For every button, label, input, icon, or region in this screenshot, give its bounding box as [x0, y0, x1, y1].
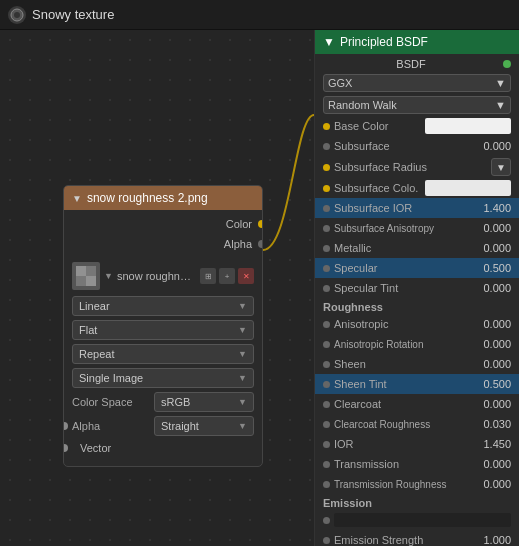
subsurface-method-select[interactable]: Random Walk ▼ — [323, 96, 511, 114]
node-editor-area: ▼ snow roughness 2.png Color Alpha — [0, 30, 519, 546]
node-vector-dot[interactable] — [63, 444, 68, 452]
colorspace-select[interactable]: sRGB ▼ — [154, 392, 254, 412]
metallic-value: 0.000 — [476, 242, 511, 254]
node-snow-body: Color Alpha ▼ snow — [64, 210, 262, 466]
alpha-select[interactable]: Straight ▼ — [154, 416, 254, 436]
roughness-section-label: Roughness — [315, 298, 519, 314]
subsurface-color-swatch[interactable] — [425, 180, 512, 196]
sheen-tint-row: Sheen Tint 0.500 — [315, 374, 519, 394]
specular-dot[interactable] — [323, 265, 330, 272]
svg-point-1 — [14, 12, 20, 18]
interpolation-select[interactable]: Linear ▼ — [72, 296, 254, 316]
node-source-row: Single Image ▼ — [64, 366, 262, 390]
clearcoat-row: Clearcoat 0.000 — [315, 394, 519, 414]
subsurface-radius-dot[interactable] — [323, 164, 330, 171]
subsurface-method-value: Random Walk — [328, 99, 397, 111]
subsurface-color-row: Subsurface Colo. — [315, 178, 519, 198]
node-image-thumb[interactable] — [72, 262, 100, 290]
metallic-label: Metallic — [334, 242, 472, 254]
subsurface-radius-select[interactable]: ▼ — [491, 158, 511, 176]
panel-collapse-arrow[interactable]: ▼ — [323, 35, 335, 49]
anisotropic-rotation-dot[interactable] — [323, 341, 330, 348]
anisotropic-dot[interactable] — [323, 321, 330, 328]
node-vector-input-dot[interactable] — [63, 422, 68, 430]
header-title: Snowy texture — [32, 7, 114, 22]
ior-dot[interactable] — [323, 441, 330, 448]
distribution-select[interactable]: GGX ▼ — [323, 74, 511, 92]
interpolation-value: Linear — [79, 300, 110, 312]
node-vector-row: Vector — [64, 438, 262, 458]
source-select[interactable]: Single Image ▼ — [72, 368, 254, 388]
metallic-row: Metallic 0.000 — [315, 238, 519, 258]
node-snow-header: ▼ snow roughness 2.png — [64, 186, 262, 210]
sheen-label: Sheen — [334, 358, 472, 370]
metallic-dot[interactable] — [323, 245, 330, 252]
panel-principled-bsdf: ▼ Principled BSDF BSDF GGX ▼ Random Walk… — [314, 30, 519, 546]
subsurface-ior-dot[interactable] — [323, 205, 330, 212]
subsurface-anisotropy-row: Subsurface Anisotropy 0.000 — [315, 218, 519, 238]
subsurface-radius-label: Subsurface Radius — [334, 161, 487, 173]
anisotropic-rotation-row: Anisotropic Rotation 0.000 — [315, 334, 519, 354]
subsurface-method-row: Random Walk ▼ — [315, 94, 519, 116]
subsurface-color-dot[interactable] — [323, 185, 330, 192]
image-browse-btn[interactable]: ⊞ — [200, 268, 216, 284]
subsurface-ior-value: 1.400 — [476, 202, 511, 214]
projection-value: Flat — [79, 324, 97, 336]
transmission-label: Transmission — [334, 458, 472, 470]
colorspace-value: sRGB — [161, 396, 190, 408]
extension-select[interactable]: Repeat ▼ — [72, 344, 254, 364]
node-collapse-arrow[interactable]: ▼ — [72, 193, 82, 204]
transmission-dot[interactable] — [323, 461, 330, 468]
anisotropic-rotation-value: 0.000 — [476, 338, 511, 350]
transmission-roughness-dot[interactable] — [323, 481, 330, 488]
subsurface-dot[interactable] — [323, 143, 330, 150]
subsurface-label: Subsurface — [334, 140, 472, 152]
alpha-label2: Alpha — [72, 420, 100, 432]
projection-select[interactable]: Flat ▼ — [72, 320, 254, 340]
node-alpha-output-label: Alpha — [224, 238, 252, 250]
clearcoat-roughness-dot[interactable] — [323, 421, 330, 428]
bsdf-label-row: BSDF — [315, 54, 519, 72]
node-extension-row: Repeat ▼ — [64, 342, 262, 366]
node-interpolation-row: Linear ▼ — [64, 294, 262, 318]
clearcoat-value: 0.000 — [476, 398, 511, 410]
node-image-row: ▼ snow roughness 2... ⊞ + ✕ — [64, 258, 262, 294]
subsurface-anisotropy-label: Subsurface Anisotropy — [334, 223, 472, 234]
alpha-value: Straight — [161, 420, 199, 432]
image-new-btn[interactable]: + — [219, 268, 235, 284]
clearcoat-roughness-label: Clearcoat Roughness — [334, 419, 472, 430]
alpha-select-arrow: ▼ — [238, 421, 247, 431]
emission-swatch[interactable] — [334, 513, 511, 527]
clearcoat-dot[interactable] — [323, 401, 330, 408]
emission-dot[interactable] — [323, 517, 330, 524]
node-alpha-output-dot[interactable] — [258, 240, 263, 248]
image-remove-btn[interactable]: ✕ — [238, 268, 254, 284]
sheen-tint-label: Sheen Tint — [334, 378, 472, 390]
clearcoat-roughness-value: 0.030 — [476, 418, 511, 430]
transmission-roughness-label: Transmission Roughness — [334, 479, 472, 490]
bsdf-output-dot[interactable] — [503, 60, 511, 68]
specular-value: 0.500 — [476, 262, 511, 274]
subsurface-ior-row: Subsurface IOR 1.400 — [315, 198, 519, 218]
image-selector-arrow[interactable]: ▼ — [104, 271, 113, 281]
node-color-dot[interactable] — [258, 220, 263, 228]
distribution-row: GGX ▼ — [315, 72, 519, 94]
transmission-row: Transmission 0.000 — [315, 454, 519, 474]
subsurface-ior-label: Subsurface IOR — [334, 202, 472, 214]
base-color-swatch[interactable] — [425, 118, 512, 134]
anisotropic-value: 0.000 — [476, 318, 511, 330]
base-color-dot[interactable] — [323, 123, 330, 130]
sheen-tint-dot[interactable] — [323, 381, 330, 388]
emission-strength-value: 1.000 — [476, 534, 511, 546]
emission-row — [315, 510, 519, 530]
ior-row: IOR 1.450 — [315, 434, 519, 454]
subsurface-anisotropy-value: 0.000 — [476, 222, 511, 234]
sheen-tint-value: 0.500 — [476, 378, 511, 390]
node-color-label: Color — [226, 218, 252, 230]
emission-strength-dot[interactable] — [323, 537, 330, 544]
subsurface-color-label: Subsurface Colo. — [334, 182, 421, 194]
node-alpha-output-row: Alpha — [64, 234, 262, 254]
specular-tint-dot[interactable] — [323, 285, 330, 292]
subsurface-anisotropy-dot[interactable] — [323, 225, 330, 232]
sheen-dot[interactable] — [323, 361, 330, 368]
